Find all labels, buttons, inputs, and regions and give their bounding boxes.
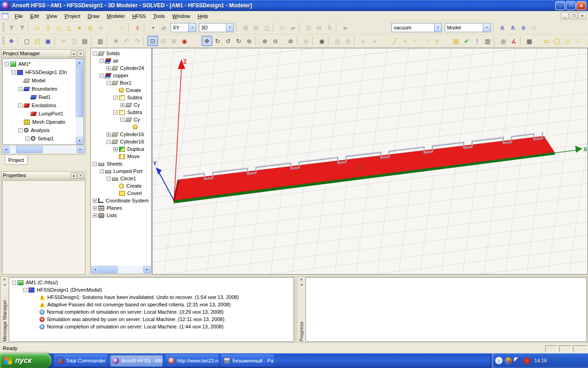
project-manager-titlebar[interactable]: Project Manager (1, 50, 85, 58)
collapse-expander[interactable]: - (113, 110, 118, 115)
pan-button[interactable]: ✥ (202, 36, 212, 46)
menu-project[interactable]: Project (61, 12, 84, 20)
scroll-left-button[interactable] (2, 146, 10, 153)
collapse-expander[interactable]: - (18, 104, 23, 108)
draw-torus-button[interactable]: ◎ (85, 23, 96, 33)
collapse-button[interactable] (71, 51, 77, 57)
tree-item-normal-completion-of-simulation-on-server-local-machine-1-44-ноя-13-2008-[interactable]: Normal completion of simulation on serve… (10, 323, 294, 330)
draw-spline-button[interactable]: ∿ (400, 36, 411, 46)
toolbar-grip[interactable] (2, 36, 5, 46)
view-orientation-button[interactable]: ◉ (317, 36, 327, 46)
draw-line-button[interactable]: ╱ (390, 36, 400, 46)
fit-all-button[interactable]: ⊚ (285, 36, 296, 46)
rotate-screen-center-button[interactable]: ↻ (233, 36, 244, 46)
tree-item-move[interactable]: Move (91, 153, 151, 160)
draw-box-button[interactable]: ▱ (32, 23, 43, 33)
draw-point-button[interactable]: • (148, 23, 158, 33)
tree-item-lists[interactable]: +Lists (91, 212, 151, 219)
draw-sphere-button[interactable]: ● (74, 23, 85, 33)
tree-item-analysis[interactable]: -Analysis (3, 126, 76, 134)
draw-arc-center-button[interactable]: ◜ (411, 36, 421, 46)
collapse-expander[interactable]: - (100, 74, 104, 78)
tree-item-subtra[interactable]: -Subtra (91, 109, 151, 116)
tree-item-simulation-was-aborted-by-user-on-server-local-machine-12-11-ноя-13-2008-[interactable]: Simulation was aborted by user on server… (10, 316, 294, 323)
collapse-dock-button[interactable] (2, 282, 7, 288)
close-panel-button[interactable] (78, 51, 84, 57)
draw-bondwire-button[interactable]: ∩ (117, 23, 127, 33)
validate-button[interactable]: ✔ (461, 36, 472, 46)
collapse-expander[interactable]: - (107, 81, 111, 85)
tree-item-coordinate-system[interactable]: +Coordinate System (91, 197, 151, 204)
taskbar-task-totalcmd[interactable]: Total Commander 6.5... (54, 355, 107, 367)
tree-item-cy[interactable]: +Cy (91, 101, 151, 109)
expand-expander[interactable]: + (93, 199, 97, 203)
tree-item-sweep[interactable]: Sweep (3, 143, 76, 144)
plane-select-dropdown[interactable]: XY (170, 23, 196, 32)
paste-button[interactable]: ▤ (79, 36, 90, 46)
view-select-dropdown[interactable]: 3D (199, 23, 234, 32)
draw-plane-button[interactable]: ▱ (158, 23, 169, 33)
copper-strip-top[interactable] (173, 136, 554, 201)
mdi-minimize-button[interactable] (561, 12, 569, 19)
validation-check-button[interactable]: ▤ (451, 36, 461, 46)
collapse-expander[interactable]: - (120, 118, 124, 122)
tray-chevron-icon[interactable] (495, 357, 503, 364)
tree-item-cylinder24[interactable]: +Cylinder24 (91, 64, 151, 72)
tree-item-subtra[interactable]: -Subtra (91, 94, 151, 101)
menu-hfss[interactable]: HFSS (129, 12, 149, 20)
material-select-dropdown[interactable]: vacuum (391, 23, 442, 32)
collapse-expander[interactable]: - (100, 169, 104, 173)
expand-expander[interactable]: + (113, 147, 118, 151)
cs-relative-button[interactable]: ⋔ (518, 23, 529, 33)
taskbar-task-paint[interactable]: Безымянный - Paint (221, 355, 274, 367)
toolbar-grip[interactable] (2, 23, 5, 32)
tray-icon-3[interactable] (523, 357, 530, 364)
collapse-expander[interactable]: - (12, 281, 16, 285)
ansoft-app-button[interactable]: ❖ (6, 36, 17, 46)
display-mode-select-dropdown[interactable]: Model (445, 23, 491, 32)
tree-item-cylinder16[interactable]: +Cylinder16 (91, 131, 151, 138)
draw-rectangle-button[interactable]: ▭ (541, 36, 552, 46)
tray-icon-2[interactable] (514, 357, 521, 364)
horizontal-scrollbar[interactable] (91, 266, 151, 273)
collapse-expander[interactable]: - (113, 96, 118, 100)
tree-item-rad1[interactable]: Rad1 (3, 93, 76, 101)
vertical-scrollbar[interactable] (76, 59, 84, 144)
tree-item-solids[interactable]: -Solids (91, 50, 151, 57)
scroll-thumb[interactable] (16, 146, 43, 153)
minimize-button[interactable] (555, 1, 565, 10)
collapse-dock-button[interactable] (299, 282, 304, 288)
scroll-down-button[interactable] (76, 137, 83, 144)
tree-item-setup1[interactable]: -Setup1 (3, 134, 76, 143)
draw-ellipse-small-button[interactable]: ○ (573, 36, 583, 46)
modeler-3d-viewport[interactable]: Z Y X (152, 48, 588, 275)
menu-draw[interactable]: Draw (84, 12, 103, 20)
draw-arc-3pt-button[interactable]: ◝ (421, 36, 432, 46)
tree-item-hfssdesign1-solutions-have-been-invalidated-undo-to-recover-1-54-ноя-13-2008-[interactable]: HFSSDesign1: Solutions have been invalid… (10, 293, 294, 301)
print-button[interactable]: ▥ (95, 36, 106, 46)
close-button[interactable] (577, 1, 586, 10)
collapse-expander[interactable]: - (100, 59, 104, 63)
start-button[interactable]: пуск (0, 353, 51, 368)
taskbar-task-hfss[interactable]: Ansoft HFSS - AM1 - ... (110, 355, 163, 367)
tree-item-coverl[interactable]: Coverl (91, 190, 151, 197)
restore-button[interactable] (566, 1, 576, 10)
plane-select-arrow-icon[interactable] (188, 23, 196, 32)
scroll-up-button[interactable] (76, 59, 83, 66)
collapse-expander[interactable]: - (18, 87, 23, 91)
tree-item-circle1[interactable]: -Circle1 (91, 175, 151, 182)
tree-item-am1-c-hfss-[interactable]: -AM1 (C:/hfss/) (10, 279, 294, 286)
optimetrics-button[interactable]: ◉ (179, 36, 190, 46)
draw-regular-polygon-button[interactable]: ◇ (562, 36, 573, 46)
draw-rect-equation-button[interactable]: ƒ (583, 36, 588, 46)
expand-expander[interactable]: + (107, 132, 111, 137)
cs-global-button[interactable]: ⋔ (508, 23, 518, 33)
tree-item-model[interactable]: Model (3, 76, 76, 85)
expand-expander[interactable]: + (93, 213, 97, 218)
view-select-arrow-icon[interactable] (226, 23, 233, 32)
close-dock-button[interactable] (2, 277, 7, 282)
mdi-document-icon[interactable] (2, 13, 8, 19)
analyze-all-button[interactable]: ! (472, 36, 482, 46)
tree-item-mesh-operatio[interactable]: Mesh Operatio (3, 118, 76, 126)
draw-cone-button[interactable]: △ (64, 23, 74, 33)
